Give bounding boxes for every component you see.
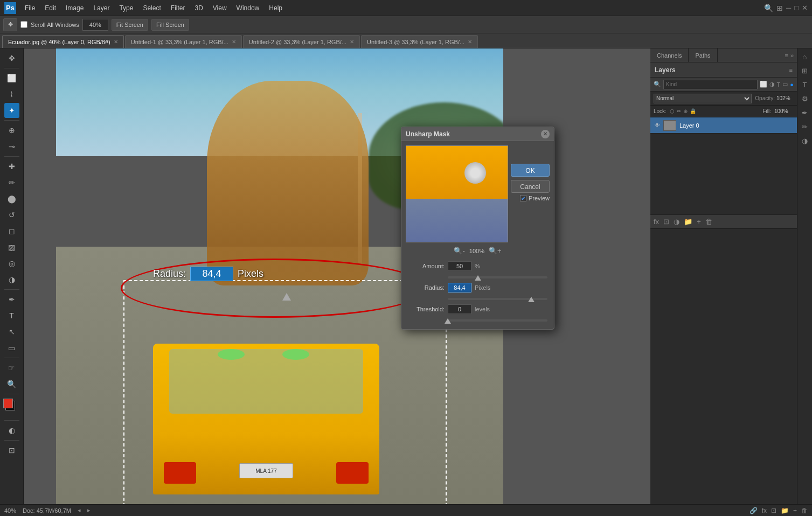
threshold-slider-thumb[interactable]	[445, 318, 451, 324]
sidebar-icon-path[interactable]: ✒	[799, 107, 811, 118]
menu-select[interactable]: Select	[138, 3, 165, 13]
menu-3d[interactable]: 3D	[190, 3, 207, 13]
sidebar-icon-properties[interactable]: ⚙	[799, 93, 811, 104]
fit-screen-btn[interactable]: Fit Screen	[112, 19, 148, 31]
zoom-out-btn[interactable]: 🔍-	[454, 247, 464, 255]
scroll-all-checkbox[interactable]	[20, 21, 27, 28]
delete-icon[interactable]: 🗑	[801, 507, 808, 514]
tab-2[interactable]: Untitled-2 @ 33,3% (Layer 1, RGB/... ✕	[243, 35, 360, 48]
tab-2-close[interactable]: ✕	[350, 39, 354, 45]
kind-icon-shape[interactable]: ▭	[782, 81, 788, 88]
menu-layer[interactable]: Layer	[89, 3, 114, 13]
layer-fx-btn[interactable]: fx	[654, 218, 659, 226]
add-layer-btn[interactable]: +	[697, 218, 701, 226]
blend-mode-select[interactable]: Normal	[654, 94, 752, 103]
tab-3-close[interactable]: ✕	[468, 39, 472, 45]
cancel-button[interactable]: Cancel	[511, 180, 550, 193]
ok-button[interactable]: OK	[511, 164, 550, 177]
canvas-slider-thumb[interactable]	[282, 293, 291, 301]
sidebar-icon-adjustments[interactable]: ◑	[799, 135, 811, 147]
menu-edit[interactable]: Edit	[40, 3, 60, 13]
kind-icon-adjust[interactable]: ◑	[769, 81, 775, 88]
sidebar-icon-text[interactable]: T	[799, 79, 811, 90]
tool-history-brush[interactable]: ↺	[4, 207, 19, 222]
new-group-icon[interactable]: 📁	[781, 507, 789, 514]
tool-move[interactable]: ✥	[4, 51, 19, 66]
sidebar-icon-layers[interactable]: ⊞	[799, 65, 811, 76]
workspace-icon[interactable]: ⊞	[776, 4, 783, 12]
restore-btn[interactable]: □	[794, 4, 799, 12]
fx-icon[interactable]: fx	[762, 507, 767, 514]
tab-1[interactable]: Untitled-1 @ 33,3% (Layer 1, RGB/... ✕	[125, 35, 242, 48]
tool-dodge[interactable]: ◑	[4, 272, 19, 287]
tool-magic-wand[interactable]: ✦	[4, 103, 19, 118]
panel-menu-icon[interactable]: ≡	[785, 52, 788, 59]
tab-1-close[interactable]: ✕	[232, 39, 236, 45]
menu-file[interactable]: File	[20, 3, 39, 13]
tool-eyedropper[interactable]: ⊸	[4, 139, 19, 154]
amount-slider[interactable]	[448, 276, 547, 278]
layers-search-input[interactable]	[663, 80, 758, 89]
lock-all-icon[interactable]: 🔒	[690, 108, 696, 114]
minimize-btn[interactable]: ─	[786, 4, 791, 12]
tool-pen[interactable]: ✒	[4, 292, 19, 307]
tool-hand[interactable]: ☞	[4, 360, 19, 375]
tool-eraser[interactable]: ◻	[4, 224, 19, 239]
menu-type[interactable]: Type	[115, 3, 137, 13]
foreground-color-swatch[interactable]	[3, 399, 13, 408]
zoom-input[interactable]	[82, 19, 108, 31]
lock-position-icon[interactable]: ⊕	[683, 108, 688, 114]
panel-collapse-icon[interactable]: »	[790, 52, 794, 59]
fill-screen-btn[interactable]: Fill Screen	[151, 19, 189, 31]
kind-icon-type[interactable]: T	[777, 81, 781, 88]
sidebar-icon-home[interactable]: ⌂	[799, 51, 811, 62]
canvas-area[interactable]: MLA 177 Radius: Pixels ◂ ▸ Unsharp Mas	[24, 48, 650, 516]
tool-type[interactable]: T	[4, 308, 19, 323]
layer-visibility-icon[interactable]: 👁	[655, 122, 660, 128]
tool-zoom[interactable]: 🔍	[4, 376, 19, 392]
amount-input[interactable]	[448, 261, 471, 271]
link-icon[interactable]: 🔗	[749, 507, 758, 514]
lock-transparent-icon[interactable]: ⬡	[670, 108, 675, 114]
sidebar-icon-brush[interactable]: ✏	[799, 121, 811, 133]
mask-icon[interactable]: ⊡	[771, 507, 776, 514]
tool-lasso[interactable]: ⌇	[4, 87, 19, 102]
tool-quick-mask[interactable]: ◐	[4, 423, 19, 438]
menu-help[interactable]: Help	[265, 3, 287, 13]
radius-input[interactable]	[448, 283, 471, 292]
threshold-slider[interactable]	[448, 319, 547, 322]
zoom-in-btn[interactable]: 🔍+	[489, 247, 502, 255]
tool-select-rect[interactable]: ⬜	[4, 71, 19, 86]
tool-stamp[interactable]: ⬤	[4, 191, 19, 206]
tab-0-close[interactable]: ✕	[114, 39, 118, 45]
fg-bg-colors[interactable]	[3, 399, 20, 416]
add-adjust-btn[interactable]: ◑	[674, 218, 679, 226]
tab-3[interactable]: Untitled-3 @ 33,3% (Layer 1, RGB/... ✕	[361, 35, 478, 48]
menu-filter[interactable]: Filter	[166, 3, 190, 13]
tool-shape[interactable]: ▭	[4, 340, 19, 355]
channels-tab[interactable]: Channels	[650, 48, 689, 62]
delete-layer-btn[interactable]: 🗑	[705, 218, 712, 226]
amount-slider-thumb[interactable]	[475, 275, 481, 281]
tool-path-select[interactable]: ↖	[4, 324, 19, 339]
threshold-input[interactable]	[448, 304, 471, 314]
lock-image-icon[interactable]: ✏	[677, 108, 681, 114]
move-tool-btn[interactable]: ✥	[3, 18, 17, 31]
tool-heal[interactable]: ✚	[4, 159, 19, 174]
preview-checkbox[interactable]: ✔	[520, 195, 526, 201]
add-mask-btn[interactable]: ⊡	[663, 218, 669, 226]
tool-gradient[interactable]: ▨	[4, 240, 19, 255]
menu-window[interactable]: Window	[232, 3, 264, 13]
tool-crop[interactable]: ⊕	[4, 123, 19, 138]
radius-slider[interactable]	[448, 298, 547, 300]
new-layer-icon[interactable]: +	[793, 507, 797, 514]
dialog-close-btn[interactable]: ✕	[541, 130, 550, 138]
layer-item-0[interactable]: 👁 Layer 0	[650, 117, 797, 134]
nav-next-btn[interactable]: ▸	[87, 507, 91, 514]
close-btn[interactable]: ✕	[802, 4, 808, 12]
tool-blur[interactable]: ◎	[4, 256, 19, 271]
tool-screen-mode[interactable]: ⊡	[4, 443, 19, 458]
search-icon[interactable]: 🔍	[764, 4, 773, 12]
layers-menu-btn[interactable]: ≡	[789, 67, 793, 73]
menu-view[interactable]: View	[209, 3, 231, 13]
